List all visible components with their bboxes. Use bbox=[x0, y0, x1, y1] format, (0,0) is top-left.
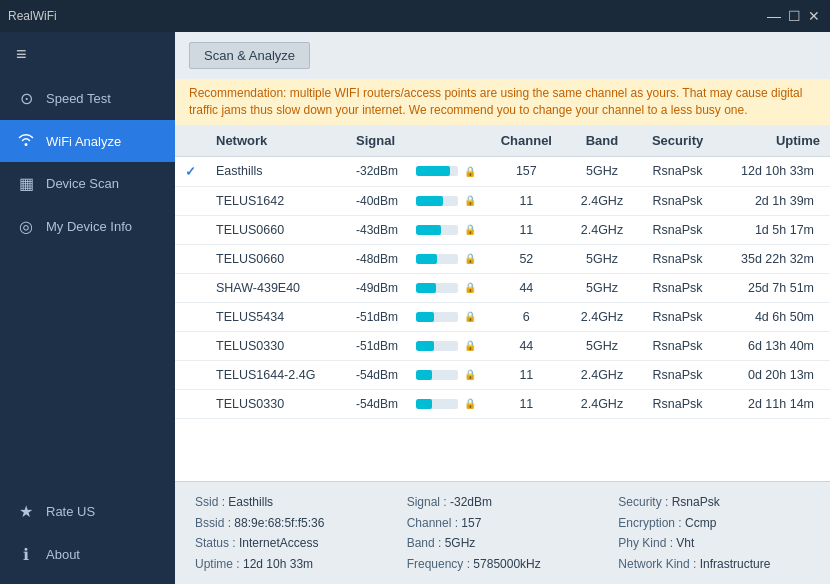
col-header-signal: Signal bbox=[346, 125, 486, 157]
detail-label: Signal : bbox=[407, 495, 450, 509]
device-info-icon: ◎ bbox=[16, 217, 36, 236]
row-channel: 11 bbox=[486, 389, 567, 418]
speed-test-icon: ⊙ bbox=[16, 89, 36, 108]
detail-row: Channel : 157 bbox=[407, 513, 599, 533]
detail-row: Encryption : Ccmp bbox=[618, 513, 810, 533]
sidebar-item-device-scan[interactable]: ▦ Device Scan bbox=[0, 162, 175, 205]
wifi-table-container[interactable]: Network Signal Channel Band Security Upt… bbox=[175, 125, 830, 482]
detail-label: Channel : bbox=[407, 516, 462, 530]
sidebar-item-rate-us[interactable]: ★ Rate US bbox=[0, 490, 175, 533]
table-row[interactable]: TELUS1644-2.4G-54dBm🔒112.4GHzRsnaPsk0d 2… bbox=[175, 360, 830, 389]
detail-value: Easthills bbox=[228, 495, 273, 509]
row-security: RsnaPsk bbox=[637, 244, 718, 273]
detail-label: Network Kind : bbox=[618, 557, 699, 571]
row-uptime: 6d 13h 40m bbox=[718, 331, 830, 360]
col-header-security: Security bbox=[637, 125, 718, 157]
table-row[interactable]: TELUS1642-40dBm🔒112.4GHzRsnaPsk2d 1h 39m bbox=[175, 186, 830, 215]
row-band: 2.4GHz bbox=[567, 389, 638, 418]
detail-value: Infrastructure bbox=[700, 557, 771, 571]
detail-value: Vht bbox=[676, 536, 694, 550]
detail-column-col3: Security : RsnaPskEncryption : CcmpPhy K… bbox=[618, 492, 810, 574]
device-scan-icon: ▦ bbox=[16, 174, 36, 193]
col-header-network: Network bbox=[206, 125, 346, 157]
row-uptime: 1d 5h 17m bbox=[718, 215, 830, 244]
table-row[interactable]: TELUS0660-48dBm🔒525GHzRsnaPsk35d 22h 32m bbox=[175, 244, 830, 273]
sidebar-item-about[interactable]: ℹ About bbox=[0, 533, 175, 576]
row-network: TELUS0330 bbox=[206, 389, 346, 418]
row-signal: -32dBm🔒 bbox=[346, 156, 486, 186]
table-row[interactable]: TELUS0330-51dBm🔒445GHzRsnaPsk6d 13h 40m bbox=[175, 331, 830, 360]
sidebar-label-rate-us: Rate US bbox=[46, 504, 95, 519]
row-band: 5GHz bbox=[567, 244, 638, 273]
sidebar-label-wifi-analyze: WiFi Analyze bbox=[46, 134, 121, 149]
detail-row: Signal : -32dBm bbox=[407, 492, 599, 512]
detail-row: Phy Kind : Vht bbox=[618, 533, 810, 553]
row-check bbox=[175, 389, 206, 418]
row-network: Easthills bbox=[206, 156, 346, 186]
table-row[interactable]: SHAW-439E40-49dBm🔒445GHzRsnaPsk25d 7h 51… bbox=[175, 273, 830, 302]
row-signal: -51dBm🔒 bbox=[346, 302, 486, 331]
row-check bbox=[175, 331, 206, 360]
row-check bbox=[175, 360, 206, 389]
detail-value: Ccmp bbox=[685, 516, 716, 530]
row-signal: -54dBm🔒 bbox=[346, 360, 486, 389]
sidebar-item-my-device-info[interactable]: ◎ My Device Info bbox=[0, 205, 175, 248]
recommendation-text: Recommendation: multiple WIFI routers/ac… bbox=[189, 86, 802, 117]
row-network: TELUS1644-2.4G bbox=[206, 360, 346, 389]
recommendation-bar: Recommendation: multiple WIFI routers/ac… bbox=[175, 79, 830, 125]
detail-value: InternetAccess bbox=[239, 536, 318, 550]
table-row[interactable]: TELUS5434-51dBm🔒62.4GHzRsnaPsk4d 6h 50m bbox=[175, 302, 830, 331]
row-band: 5GHz bbox=[567, 156, 638, 186]
maximize-button[interactable]: ☐ bbox=[786, 8, 802, 24]
row-network: TELUS0330 bbox=[206, 331, 346, 360]
about-icon: ℹ bbox=[16, 545, 36, 564]
sidebar-label-device-scan: Device Scan bbox=[46, 176, 119, 191]
row-signal: -54dBm🔒 bbox=[346, 389, 486, 418]
detail-label: Bssid : bbox=[195, 516, 234, 530]
detail-value: 5785000kHz bbox=[473, 557, 540, 571]
sidebar-label-speed-test: Speed Test bbox=[46, 91, 111, 106]
table-row[interactable]: TELUS0660-43dBm🔒112.4GHzRsnaPsk1d 5h 17m bbox=[175, 215, 830, 244]
minimize-button[interactable]: — bbox=[766, 8, 782, 24]
detail-value: 157 bbox=[461, 516, 481, 530]
scan-analyze-button[interactable]: Scan & Analyze bbox=[189, 42, 310, 69]
row-security: RsnaPsk bbox=[637, 389, 718, 418]
window-controls: — ☐ ✕ bbox=[766, 8, 822, 24]
row-channel: 11 bbox=[486, 186, 567, 215]
row-security: RsnaPsk bbox=[637, 331, 718, 360]
menu-icon[interactable]: ≡ bbox=[0, 32, 175, 77]
detail-column-col1: Ssid : EasthillsBssid : 88:9e:68:5f:f5:3… bbox=[195, 492, 387, 574]
row-signal: -43dBm🔒 bbox=[346, 215, 486, 244]
table-row[interactable]: TELUS0330-54dBm🔒112.4GHzRsnaPsk2d 11h 14… bbox=[175, 389, 830, 418]
detail-row: Status : InternetAccess bbox=[195, 533, 387, 553]
detail-value: RsnaPsk bbox=[672, 495, 720, 509]
row-channel: 44 bbox=[486, 273, 567, 302]
row-uptime: 0d 20h 13m bbox=[718, 360, 830, 389]
row-band: 5GHz bbox=[567, 273, 638, 302]
row-check bbox=[175, 244, 206, 273]
row-uptime: 25d 7h 51m bbox=[718, 273, 830, 302]
row-channel: 52 bbox=[486, 244, 567, 273]
sidebar-item-wifi-analyze[interactable]: WiFi Analyze bbox=[0, 120, 175, 162]
sidebar-item-speed-test[interactable]: ⊙ Speed Test bbox=[0, 77, 175, 120]
close-button[interactable]: ✕ bbox=[806, 8, 822, 24]
detail-label: Status : bbox=[195, 536, 239, 550]
row-uptime: 12d 10h 33m bbox=[718, 156, 830, 186]
row-channel: 44 bbox=[486, 331, 567, 360]
detail-row: Band : 5GHz bbox=[407, 533, 599, 553]
row-band: 2.4GHz bbox=[567, 215, 638, 244]
detail-label: Security : bbox=[618, 495, 671, 509]
detail-row: Uptime : 12d 10h 33m bbox=[195, 554, 387, 574]
title-bar: RealWiFi — ☐ ✕ bbox=[0, 0, 830, 32]
detail-label: Frequency : bbox=[407, 557, 474, 571]
wifi-table: Network Signal Channel Band Security Upt… bbox=[175, 125, 830, 419]
row-uptime: 2d 11h 14m bbox=[718, 389, 830, 418]
content-top-bar: Scan & Analyze bbox=[175, 32, 830, 79]
app-body: ≡ ⊙ Speed Test WiFi Analyze ▦ Device Sca… bbox=[0, 32, 830, 584]
detail-panel: Ssid : EasthillsBssid : 88:9e:68:5f:f5:3… bbox=[175, 481, 830, 584]
table-row[interactable]: ✓Easthills-32dBm🔒1575GHzRsnaPsk12d 10h 3… bbox=[175, 156, 830, 186]
row-channel: 157 bbox=[486, 156, 567, 186]
row-security: RsnaPsk bbox=[637, 156, 718, 186]
row-network: TELUS1642 bbox=[206, 186, 346, 215]
col-header-channel: Channel bbox=[486, 125, 567, 157]
